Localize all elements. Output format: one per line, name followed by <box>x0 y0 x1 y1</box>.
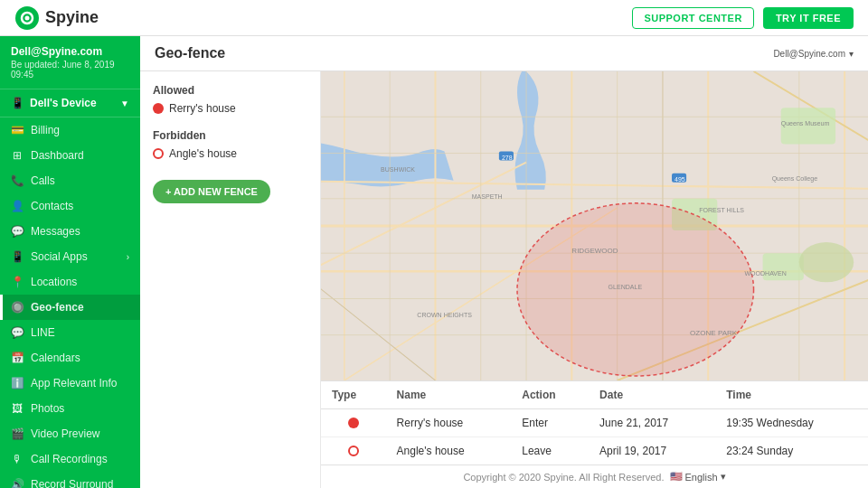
cell-date: April 19, 2017 <box>589 437 715 465</box>
svg-text:Queens College: Queens College <box>772 175 818 183</box>
support-center-button[interactable]: SUPPORT CENTER <box>632 7 753 29</box>
cell-time: 23:24 Sunday <box>715 437 868 465</box>
nav-label: Dashboard <box>31 149 84 162</box>
user-dropdown[interactable]: Dell@Spyine.com ▾ <box>773 49 854 59</box>
cell-type <box>321 409 386 437</box>
sidebar-item-locations[interactable]: 📍 Locations <box>0 269 140 295</box>
col-name: Name <box>386 381 512 409</box>
nav-icon: 💬 <box>11 326 24 339</box>
cell-type <box>321 437 386 465</box>
geo-fence-table: Type Name Action Date Time Rerry's house… <box>321 380 868 465</box>
table-wrapper: Type Name Action Date Time Rerry's house… <box>321 381 868 465</box>
allowed-dot-icon <box>153 103 164 114</box>
table-row: Angle's house Leave April 19, 2017 23:24… <box>321 437 868 465</box>
dropdown-chevron-icon: ▾ <box>849 49 854 59</box>
sidebar-item-record-surround[interactable]: 🔊 Record Surround <box>0 472 140 488</box>
main-layout: Dell@Spyine.com Be updated: June 8, 2019… <box>0 36 868 488</box>
map-area: BROOKLYN CROWN HEIGHTS RIDGEWOOD GLENDAL… <box>321 71 868 380</box>
nav-icon: 👤 <box>11 200 24 212</box>
nav-label: Billing <box>31 124 60 136</box>
try-free-button[interactable]: TRY IT FREE <box>763 7 854 29</box>
nav-icon: 🖼 <box>11 402 24 415</box>
add-new-fence-button[interactable]: + ADD NEW FENCE <box>153 180 270 203</box>
nav-label: Calendars <box>31 352 80 364</box>
cell-name: Angle's house <box>386 437 512 465</box>
device-name-label: Dell's Device <box>30 97 97 109</box>
map-svg: BROOKLYN CROWN HEIGHTS RIDGEWOOD GLENDAL… <box>321 71 868 380</box>
svg-text:MASPETH: MASPETH <box>472 193 503 200</box>
nav-label: Photos <box>31 402 64 415</box>
svg-point-34 <box>799 242 854 282</box>
svg-text:RIDGEWOOD: RIDGEWOOD <box>571 247 618 255</box>
lang-chevron-icon: ▾ <box>721 471 726 483</box>
type-dot-outline <box>348 446 359 456</box>
type-dot-filled <box>348 418 359 428</box>
nav-icon: 📱 <box>11 250 24 263</box>
sidebar-device[interactable]: 📱 Dell's Device ▼ <box>0 89 140 117</box>
nav-label: Record Surround <box>31 478 113 488</box>
sidebar-item-video-preview[interactable]: 🎬 Video Preview <box>0 421 140 446</box>
svg-text:495: 495 <box>675 176 685 183</box>
logo-text: Spyine <box>45 8 99 27</box>
geo-fence-content: Allowed Rerry's house Forbidden Angle's … <box>140 71 868 488</box>
nav-icon: ⊞ <box>11 149 24 162</box>
nav-label: LINE <box>31 326 55 339</box>
nav-icon: 💬 <box>11 225 24 238</box>
table-header-row: Type Name Action Date Time <box>321 381 868 409</box>
sidebar-item-billing[interactable]: 💳 Billing <box>0 117 140 143</box>
sidebar-item-calendars[interactable]: 📅 Calendars <box>0 345 140 371</box>
content-header: Geo-fence Dell@Spyine.com ▾ <box>140 36 868 71</box>
sidebar-item-app-relevant-info[interactable]: ℹ️ App Relevant Info <box>0 371 140 396</box>
fence-events-table: Type Name Action Date Time Rerry's house… <box>321 381 868 465</box>
col-date: Date <box>589 381 715 409</box>
nav-label: App Relevant Info <box>31 377 117 389</box>
device-chevron-icon: ▼ <box>120 99 129 108</box>
nav-icon: 🎙 <box>11 453 24 465</box>
nav-icon: ℹ️ <box>11 377 24 389</box>
svg-text:GLENDALE: GLENDALE <box>609 284 643 290</box>
cell-name: Rerry's house <box>386 409 512 437</box>
sidebar-item-contacts[interactable]: 👤 Contacts <box>0 193 140 219</box>
forbidden-dot-icon <box>153 148 164 159</box>
table-row: Rerry's house Enter June 21, 2017 19:35 … <box>321 409 868 437</box>
logo-icon <box>14 5 40 31</box>
sidebar-item-call-recordings[interactable]: 🎙 Call Recordings <box>0 446 140 472</box>
svg-text:CROWN HEIGHTS: CROWN HEIGHTS <box>417 312 472 318</box>
cell-action: Leave <box>511 437 589 465</box>
sidebar-nav: 💳 Billing ⊞ Dashboard 📞 Calls 👤 Contacts… <box>0 117 140 488</box>
sidebar-item-line[interactable]: 💬 LINE <box>0 320 140 345</box>
footer: Copyright © 2020 Spyine. All Right Reser… <box>321 465 868 488</box>
content-area: Geo-fence Dell@Spyine.com ▾ Allowed Rerr… <box>140 36 868 488</box>
col-type: Type <box>321 381 386 409</box>
col-action: Action <box>511 381 589 409</box>
sidebar-item-social-apps[interactable]: 📱 Social Apps › <box>0 244 140 269</box>
sidebar-item-photos[interactable]: 🖼 Photos <box>0 396 140 421</box>
header: Spyine SUPPORT CENTER TRY IT FREE <box>0 0 868 36</box>
logo: Spyine <box>14 5 99 31</box>
sidebar-item-messages[interactable]: 💬 Messages <box>0 219 140 244</box>
forbidden-fence-item: Angle's house <box>153 147 307 160</box>
header-right: SUPPORT CENTER TRY IT FREE <box>632 7 854 29</box>
lang-label: English <box>685 472 718 483</box>
sidebar-item-dashboard[interactable]: ⊞ Dashboard <box>0 143 140 168</box>
col-time: Time <box>715 381 868 409</box>
sidebar-item-geo-fence[interactable]: 🔘 Geo-fence <box>0 295 140 320</box>
sidebar-user-info: Dell@Spyine.com Be updated: June 8, 2019… <box>0 36 140 89</box>
language-selector[interactable]: 🇺🇸 English ▾ <box>670 471 726 483</box>
cell-action: Enter <box>511 409 589 437</box>
sidebar: Dell@Spyine.com Be updated: June 8, 2019… <box>0 36 140 488</box>
nav-label: Geo-fence <box>31 301 84 314</box>
device-icon: 📱 <box>11 97 24 109</box>
cell-date: June 21, 2017 <box>589 409 715 437</box>
nav-icon: 💳 <box>11 124 24 136</box>
svg-text:FOREST HILLS: FOREST HILLS <box>699 207 744 213</box>
forbidden-label: Forbidden <box>153 129 307 142</box>
nav-icon: 📞 <box>11 174 24 187</box>
sidebar-item-calls[interactable]: 📞 Calls <box>0 168 140 193</box>
page-title: Geo-fence <box>155 45 225 61</box>
nav-icon: 🔘 <box>11 301 24 314</box>
allowed-label: Allowed <box>153 84 307 97</box>
allowed-fence-name: Rerry's house <box>169 102 236 115</box>
nav-icon: 📅 <box>11 352 24 364</box>
forbidden-fence-name: Angle's house <box>169 147 237 160</box>
